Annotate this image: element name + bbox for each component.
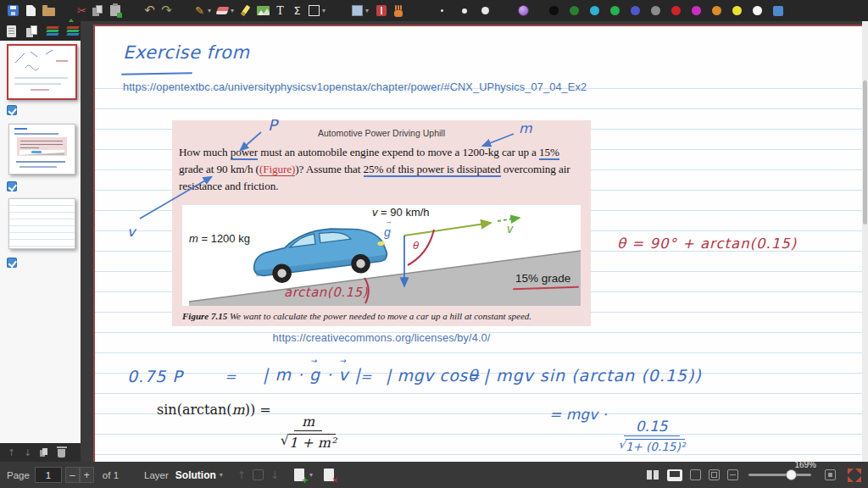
delete-page-x-icon: ✕ bbox=[331, 476, 338, 485]
sidebar-tabs: ▾ bbox=[0, 21, 81, 41]
pen-tool-button[interactable]: ✎ bbox=[192, 2, 207, 19]
shape-options-caret-icon[interactable]: ▾ bbox=[322, 8, 326, 14]
fullscreen-button[interactable] bbox=[709, 469, 720, 480]
expand-arrow-icon bbox=[848, 469, 854, 474]
color-palette bbox=[549, 6, 783, 16]
mass-label: m = 1200 kg bbox=[189, 232, 250, 245]
page-decrement-button[interactable]: – bbox=[65, 467, 80, 483]
color-green[interactable] bbox=[610, 6, 620, 15]
color-white[interactable] bbox=[753, 6, 762, 15]
sidebar: ▾ bbox=[0, 21, 81, 462]
page-thumbnail-2[interactable] bbox=[8, 124, 75, 175]
pen-size-fine-button[interactable] bbox=[435, 2, 449, 19]
tab-page-previews[interactable] bbox=[25, 22, 39, 40]
tab-layers[interactable] bbox=[45, 22, 59, 40]
status-bar: Page 1 – + of 1 Layer Solution ▾ ↑ ↓ + ▾… bbox=[0, 462, 868, 488]
new-document-button[interactable] bbox=[24, 2, 38, 19]
document-outline-icon bbox=[7, 25, 16, 37]
copy-button[interactable] bbox=[91, 2, 105, 19]
zoom-reset-button[interactable] bbox=[825, 469, 836, 480]
cut-button[interactable]: ✂ bbox=[75, 2, 89, 19]
page-2-checkbox[interactable] bbox=[7, 181, 17, 191]
math-tex-button[interactable]: Σ bbox=[290, 2, 304, 19]
move-page-up-button[interactable]: ↑ bbox=[8, 448, 15, 458]
fill-options-caret-icon[interactable]: ▾ bbox=[365, 8, 369, 14]
vertical-space-button[interactable] bbox=[374, 2, 388, 19]
eq-term-3: mgv sin (arctan (0.15)) bbox=[496, 366, 702, 385]
app-window: ✂ ↶ ↷ ✎ ▾ ▾ T Σ ▾ ▾ bbox=[0, 0, 868, 488]
page-1-checkbox[interactable] bbox=[7, 105, 17, 115]
undo-button[interactable]: ↶ bbox=[142, 2, 157, 19]
shape-recognizer-button[interactable] bbox=[516, 2, 531, 19]
add-page-caret-icon[interactable]: ▾ bbox=[309, 472, 313, 479]
tab-contents[interactable] bbox=[4, 22, 19, 40]
page-number-input[interactable]: 1 bbox=[35, 467, 62, 483]
color-red[interactable] bbox=[671, 6, 681, 15]
text-tool-button[interactable]: T bbox=[273, 2, 287, 19]
paste-button[interactable] bbox=[108, 2, 122, 19]
fit-width-button[interactable] bbox=[727, 469, 738, 480]
annotation-v: v bbox=[127, 224, 135, 240]
layer-select-caret-icon[interactable]: ▾ bbox=[220, 472, 223, 479]
expand-arrow-icon bbox=[855, 469, 861, 474]
vertical-scrollbar[interactable] bbox=[862, 21, 868, 462]
presentation-mode-button[interactable] bbox=[667, 469, 682, 481]
prev-layer-button[interactable]: ↑ bbox=[237, 470, 246, 480]
pen-size-medium-button[interactable] bbox=[457, 2, 471, 19]
shape-tool-button[interactable] bbox=[307, 2, 321, 19]
highlighter-tool-button[interactable] bbox=[238, 2, 253, 19]
copy-page-button[interactable] bbox=[40, 448, 49, 458]
pen-options-caret-icon[interactable]: ▾ bbox=[208, 8, 211, 14]
open-button[interactable] bbox=[42, 2, 56, 19]
zoom-slider-handle[interactable] bbox=[786, 469, 797, 480]
layer-select[interactable]: Solution bbox=[175, 469, 216, 481]
color-picker-button[interactable] bbox=[773, 6, 783, 16]
document-page[interactable]: Exercise from https://opentextbc.ca/univ… bbox=[93, 25, 868, 462]
color-orange[interactable] bbox=[712, 6, 721, 15]
color-gray[interactable] bbox=[651, 6, 660, 15]
pen-icon: ✎ bbox=[195, 5, 204, 16]
page-increment-button[interactable]: + bbox=[80, 467, 94, 483]
color-cyan[interactable] bbox=[590, 6, 599, 15]
save-button[interactable] bbox=[6, 2, 20, 19]
layer-merge-button[interactable] bbox=[253, 469, 264, 480]
color-yellow[interactable] bbox=[732, 6, 742, 15]
add-page-button[interactable]: + bbox=[294, 469, 304, 481]
typeset-formula[interactable]: sin(arctan(m)) = m √1 + m² bbox=[157, 402, 336, 451]
color-indigo[interactable] bbox=[631, 6, 640, 15]
dual-page-view-button[interactable] bbox=[647, 469, 659, 480]
source-url-text[interactable]: https://opentextbc.ca/universityphysicsv… bbox=[123, 80, 587, 93]
color-dark-green[interactable] bbox=[570, 6, 579, 15]
hand-tool-button[interactable] bbox=[392, 2, 406, 19]
pen-size-thick-button[interactable] bbox=[478, 2, 492, 19]
theta-label: θ bbox=[413, 239, 419, 252]
zoom-slider[interactable]: 169% bbox=[748, 474, 811, 476]
color-black[interactable] bbox=[549, 6, 559, 15]
layer-up-arrow-icon bbox=[69, 19, 74, 22]
tab-layer-tree[interactable] bbox=[65, 22, 80, 40]
page-thumbnail-3[interactable] bbox=[8, 198, 75, 249]
color-magenta[interactable] bbox=[692, 6, 701, 15]
eraser-options-caret-icon[interactable]: ▾ bbox=[231, 8, 234, 14]
next-layer-button[interactable]: ↓ bbox=[270, 470, 279, 480]
annotate-pdf-button[interactable] bbox=[690, 469, 701, 480]
vertical-space-icon bbox=[376, 5, 387, 16]
figure-area: m = 1200 kg v = 90 km/h g θ v bbox=[182, 205, 581, 306]
figure-link[interactable]: (Figure) bbox=[259, 163, 295, 176]
expand-corner-button[interactable] bbox=[848, 469, 861, 482]
scrollbar-thumb[interactable] bbox=[863, 80, 867, 225]
page-3-checkbox[interactable] bbox=[7, 258, 17, 268]
delete-page-button-status[interactable]: ✕ bbox=[324, 469, 334, 481]
fill-color-button[interactable] bbox=[350, 2, 364, 19]
delete-page-button[interactable] bbox=[58, 449, 65, 458]
theta-equation: θ = 90° + arctan(0.15) bbox=[617, 236, 797, 252]
insert-image-button[interactable] bbox=[256, 2, 270, 19]
eraser-tool-button[interactable] bbox=[215, 2, 230, 19]
text-tool-icon: T bbox=[276, 4, 284, 18]
image-icon bbox=[257, 6, 270, 15]
layers-stack-icon bbox=[67, 26, 79, 36]
redo-button[interactable]: ↷ bbox=[159, 2, 174, 19]
page-thumbnail-1[interactable] bbox=[7, 44, 77, 100]
move-page-down-button[interactable]: ↓ bbox=[24, 448, 31, 458]
license-url-text[interactable]: https://creativecommons.org/licenses/by/… bbox=[172, 331, 591, 344]
